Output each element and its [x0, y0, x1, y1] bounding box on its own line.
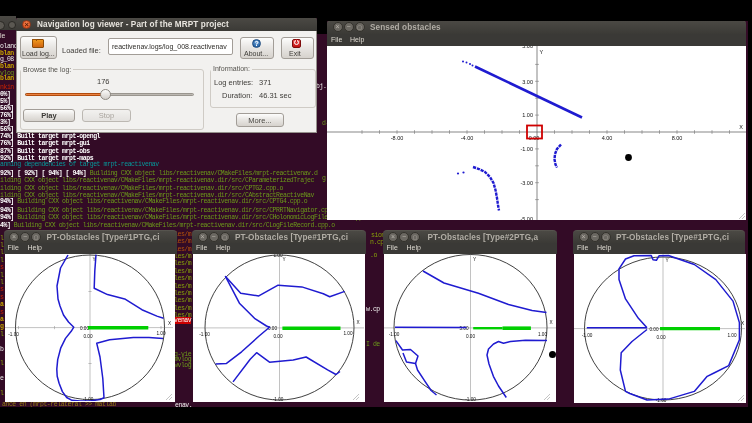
- svg-text:4.00: 4.00: [602, 134, 613, 140]
- svg-text:Y: Y: [666, 258, 670, 263]
- svg-text:0.00: 0.00: [83, 333, 93, 338]
- svg-text:1.00: 1.00: [727, 332, 737, 337]
- svg-text:0.00: 0.00: [465, 333, 475, 338]
- svg-text:X: X: [549, 320, 553, 325]
- svg-text:-1.00: -1.00: [8, 331, 19, 336]
- svg-text:0.00: 0.00: [273, 333, 283, 338]
- svg-text:1.00: 1.00: [522, 112, 533, 118]
- svg-text:X: X: [739, 124, 743, 130]
- svg-text:0.00: 0.00: [529, 134, 540, 140]
- svg-text:-1.00: -1.00: [199, 331, 210, 336]
- svg-text:-1.00: -1.00: [273, 396, 284, 401]
- svg-text:1.00: 1.00: [343, 331, 353, 336]
- svg-text:X: X: [168, 320, 172, 325]
- svg-text:0.00: 0.00: [79, 325, 89, 330]
- svg-text:Y: Y: [540, 49, 544, 55]
- svg-text:0.00: 0.00: [656, 334, 666, 339]
- svg-text:8.00: 8.00: [672, 134, 683, 140]
- svg-text:1.00: 1.00: [156, 331, 166, 336]
- svg-text:-3.00: -3.00: [520, 179, 533, 185]
- svg-text:Y: Y: [473, 257, 477, 262]
- svg-text:5.00: 5.00: [522, 46, 533, 49]
- svg-text:0.00: 0.00: [649, 326, 659, 331]
- svg-text:Y: Y: [283, 257, 287, 262]
- svg-text:3.00: 3.00: [522, 78, 533, 84]
- svg-text:X: X: [741, 321, 745, 326]
- svg-text:X: X: [356, 320, 360, 325]
- svg-text:1.00: 1.00: [537, 332, 547, 337]
- svg-text:-4.00: -4.00: [461, 134, 474, 140]
- svg-text:-8.00: -8.00: [391, 134, 404, 140]
- svg-text:-1.00: -1.00: [520, 146, 533, 152]
- svg-text:1.00: 1.00: [273, 254, 283, 258]
- svg-text:5.00: 5.00: [459, 325, 469, 330]
- svg-text:-5.00: -5.00: [520, 215, 533, 219]
- svg-text:-1.00: -1.00: [465, 396, 476, 401]
- svg-text:-1.00: -1.00: [582, 332, 593, 337]
- svg-text:-1.00: -1.00: [388, 332, 399, 337]
